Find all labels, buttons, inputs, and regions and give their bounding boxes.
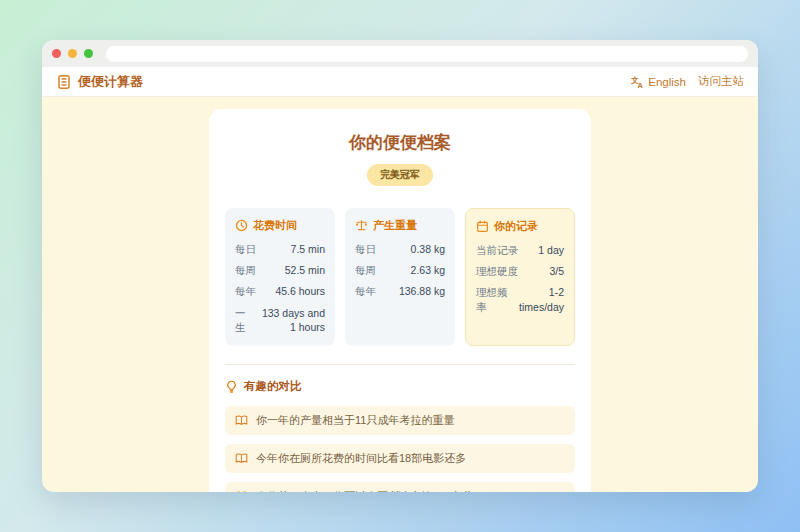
stat-row: 每日 0.38 kg <box>355 242 445 256</box>
stat-label: 每日 <box>355 242 376 256</box>
stat-value: 7.5 min <box>291 242 325 256</box>
comparison-text: 在你的一生中，你可以在厕所读完约532本书 <box>256 489 472 492</box>
browser-chrome <box>42 40 758 67</box>
language-switch[interactable]: 文 A English <box>631 75 686 88</box>
stat-value: 3/5 <box>549 264 564 278</box>
stat-value: 133 days and 1 hours <box>257 306 325 334</box>
panel-title: 产生重量 <box>373 218 417 233</box>
stat-row: 每日 7.5 min <box>235 242 325 256</box>
comparison-item: 在你的一生中，你可以在厕所读完约532本书 <box>225 482 575 492</box>
close-button[interactable] <box>52 49 61 58</box>
page-title: 你的便便档案 <box>225 131 575 154</box>
stat-label: 每周 <box>355 263 376 277</box>
stats-panels: 花费时间 每日 7.5 min 每周 52.5 min 每年 45.6 hour… <box>225 208 575 346</box>
book-icon <box>235 452 248 465</box>
stat-value: 136.88 kg <box>399 284 445 298</box>
maximize-button[interactable] <box>84 49 93 58</box>
calculator-icon <box>56 74 72 90</box>
comparison-text: 今年你在厕所花费的时间比看18部电影还多 <box>256 451 466 466</box>
header-actions: 文 A English 访问主站 <box>631 74 744 89</box>
lightbulb-icon <box>225 380 238 393</box>
url-bar[interactable] <box>106 46 748 62</box>
browser-window: 便便计算器 文 A English 访问主站 你的便便档案 完美冠军 <box>42 40 758 492</box>
comparison-text: 你一年的产量相当于11只成年考拉的重量 <box>256 413 454 428</box>
comparisons-title: 有趣的对比 <box>244 379 302 394</box>
stat-label: 每周 <box>235 263 256 277</box>
stat-label: 每日 <box>235 242 256 256</box>
panel-title: 花费时间 <box>253 218 297 233</box>
stat-row: 理想频率 1-2 times/day <box>476 285 564 313</box>
app-title: 便便计算器 <box>78 73 143 91</box>
book-icon <box>235 414 248 427</box>
stat-row: 当前记录 1 day <box>476 243 564 257</box>
stat-label: 每年 <box>235 284 256 298</box>
page-content: 你的便便档案 完美冠军 花费时间 <box>42 97 758 492</box>
status-badge: 完美冠军 <box>367 164 433 186</box>
stat-label: 理想频率 <box>476 285 508 313</box>
stat-row: 每周 2.63 kg <box>355 263 445 277</box>
brand-home-link[interactable]: 便便计算器 <box>56 73 143 91</box>
calendar-icon <box>476 220 489 233</box>
scale-icon <box>355 219 368 232</box>
stat-label: 每年 <box>355 284 376 298</box>
language-label: English <box>648 76 686 88</box>
panel-weight-produced: 产生重量 每日 0.38 kg 每周 2.63 kg 每年 136.88 kg <box>345 208 455 346</box>
clock-icon <box>235 219 248 232</box>
stat-value: 52.5 min <box>285 263 325 277</box>
stat-value: 1 day <box>538 243 564 257</box>
minimize-button[interactable] <box>68 49 77 58</box>
panel-your-records: 你的记录 当前记录 1 day 理想硬度 3/5 理想频率 1-2 times/… <box>465 208 575 346</box>
visit-main-site-link[interactable]: 访问主站 <box>698 74 744 89</box>
svg-text:A: A <box>638 81 644 89</box>
stat-row: 理想硬度 3/5 <box>476 264 564 278</box>
stat-row: 一生 133 days and 1 hours <box>235 306 325 334</box>
comparison-item: 你一年的产量相当于11只成年考拉的重量 <box>225 406 575 435</box>
panel-title: 你的记录 <box>494 219 538 234</box>
stat-value: 2.63 kg <box>411 263 445 277</box>
section-divider <box>225 364 575 365</box>
stat-row: 每年 136.88 kg <box>355 284 445 298</box>
stat-row: 每周 52.5 min <box>235 263 325 277</box>
stat-value: 45.6 hours <box>275 284 325 298</box>
comparison-item: 今年你在厕所花费的时间比看18部电影还多 <box>225 444 575 473</box>
panel-time-spent: 花费时间 每日 7.5 min 每周 52.5 min 每年 45.6 hour… <box>225 208 335 346</box>
stat-label: 理想硬度 <box>476 264 518 278</box>
book-icon <box>235 490 248 492</box>
stat-label: 当前记录 <box>476 243 518 257</box>
stat-label: 一生 <box>235 306 249 334</box>
stat-value: 1-2 times/day <box>516 285 564 313</box>
profile-card: 你的便便档案 完美冠军 花费时间 <box>209 109 591 492</box>
stat-row: 每年 45.6 hours <box>235 284 325 298</box>
site-header: 便便计算器 文 A English 访问主站 <box>42 67 758 97</box>
stat-value: 0.38 kg <box>411 242 445 256</box>
translate-icon: 文 A <box>631 75 644 88</box>
